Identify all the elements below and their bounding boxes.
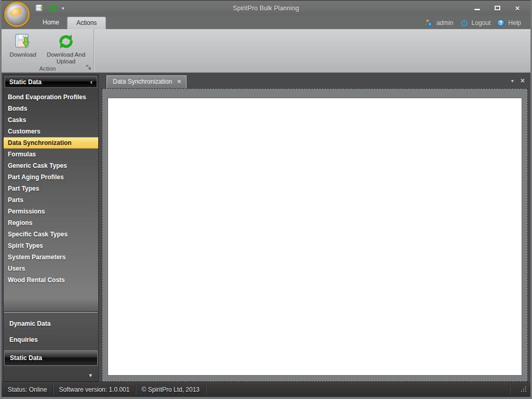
nav-item-formulas[interactable]: Formulas: [4, 149, 98, 160]
nav-pane-header-label: Static Data: [9, 78, 42, 86]
power-icon[interactable]: [460, 19, 468, 27]
document-frame: [102, 88, 528, 382]
maximize-button[interactable]: [491, 4, 503, 12]
ribbon-tabs: Home Actions: [35, 17, 106, 29]
nav-pane-header[interactable]: Static Data ‹: [5, 76, 97, 88]
status-online: Status: Online: [8, 386, 47, 393]
download-button-label: Download: [9, 51, 36, 58]
nav-item-users[interactable]: Users: [4, 263, 98, 274]
ribbon-group-caption: Action: [2, 65, 94, 72]
nav-item-permissions[interactable]: Permissions: [4, 206, 98, 217]
group-enquiries[interactable]: Enquiries: [4, 334, 98, 345]
nav-pane-options-row: ▾: [4, 369, 98, 381]
title-bar: ▾ SpiritPro Bulk Planning ×: [2, 0, 530, 16]
main-content: Static Data ‹ Bond Evaporation Profiles …: [2, 73, 530, 382]
document-tab-label: Data Synchronization: [113, 78, 172, 85]
resize-grip[interactable]: [521, 386, 527, 393]
nav-item-specific-cask-types[interactable]: Specific Cask Types: [4, 229, 98, 240]
document-panel: Data Synchronization × ▾ ×: [102, 74, 528, 382]
user-icon: i: [424, 19, 433, 27]
configure-buttons-caret-icon[interactable]: ▾: [89, 372, 92, 379]
status-divider: [52, 385, 53, 394]
tab-actions[interactable]: Actions: [67, 17, 106, 29]
ribbon-group-action: Download Download And Upload Action: [2, 29, 94, 72]
nav-item-part-types[interactable]: Part Types: [4, 183, 98, 194]
svg-text:i: i: [430, 22, 431, 26]
dialog-launcher-button[interactable]: [86, 65, 91, 70]
navigation-pane: Static Data ‹ Bond Evaporation Profiles …: [3, 74, 99, 382]
download-and-upload-button-label: Download And Upload: [42, 51, 90, 65]
logged-in-user[interactable]: admin: [436, 19, 454, 26]
status-copyright: © SpiritPro Ltd, 2013: [141, 386, 200, 393]
document-blank-page: [108, 98, 522, 376]
nav-item-system-parameters[interactable]: System Parameters: [4, 251, 98, 263]
status-bar: Status: Online Software version: 1.0.001…: [2, 382, 530, 396]
close-icon: ×: [515, 5, 520, 12]
nav-item-regions[interactable]: Regions: [4, 217, 98, 229]
ribbon-group-buttons: Download Download And Upload: [2, 29, 94, 65]
window-controls: ×: [471, 4, 530, 12]
window-bottom-frame: [2, 396, 530, 399]
ribbon: Download Download And Upload Action: [2, 29, 530, 73]
window-title: SpiritPro Bulk Planning: [2, 5, 530, 12]
download-disk-icon: [15, 33, 31, 50]
group-dynamic-data[interactable]: Dynamic Data: [4, 318, 98, 329]
nav-item-customers[interactable]: Customers: [4, 126, 98, 137]
session-area: i admin Logout ? Help: [424, 19, 530, 29]
document-list-caret-icon[interactable]: ▾: [511, 78, 514, 84]
nav-item-spirit-types[interactable]: Spirit Types: [4, 240, 98, 251]
static-data-list: Bond Evaporation Profiles Bonds Casks Cu…: [4, 91, 98, 286]
group-static-data[interactable]: Static Data: [4, 350, 98, 366]
document-tab-strip: Data Synchronization × ▾ ×: [102, 74, 528, 88]
tab-home[interactable]: Home: [35, 17, 67, 29]
nav-item-part-aging-profiles[interactable]: Part Aging Profiles: [4, 171, 98, 183]
nav-item-bond-evaporation-profiles[interactable]: Bond Evaporation Profiles: [4, 91, 98, 103]
collapse-pane-chevron-icon[interactable]: ‹: [90, 78, 92, 86]
close-button[interactable]: ×: [512, 4, 523, 12]
sync-arrows-icon: [58, 33, 74, 50]
logout-button[interactable]: Logout: [472, 19, 491, 26]
minimize-icon: [474, 9, 480, 10]
nav-item-parts[interactable]: Parts: [4, 194, 98, 206]
nav-item-bonds[interactable]: Bonds: [4, 103, 98, 114]
nav-pane-splitter[interactable]: [4, 312, 98, 314]
maximize-icon: [495, 6, 500, 10]
minimize-button[interactable]: [471, 4, 483, 12]
download-button[interactable]: Download: [6, 32, 40, 58]
status-software-version: Software version: 1.0.001: [59, 386, 129, 393]
help-button[interactable]: Help: [508, 19, 521, 26]
status-divider: [205, 385, 206, 394]
ribbon-group-label: Action: [2, 65, 94, 72]
document-tab-data-synchronization[interactable]: Data Synchronization ×: [107, 75, 187, 88]
app-window: ▾ SpiritPro Bulk Planning × Home Actions…: [0, 0, 532, 399]
app-logo-icon[interactable]: [4, 2, 30, 27]
nav-item-casks[interactable]: Casks: [4, 114, 98, 126]
tab-strip-controls: ▾ ×: [511, 77, 525, 84]
ribbon-tab-row: Home Actions i admin Logout ? Help: [2, 16, 530, 29]
dialog-launcher-icon: [86, 65, 91, 70]
nav-pane-spacer: [4, 286, 98, 312]
nav-item-wood-rental-costs[interactable]: Wood Rental Costs: [4, 274, 98, 286]
status-divider: [135, 385, 136, 394]
nav-item-generic-cask-types[interactable]: Generic Cask Types: [4, 160, 98, 171]
nav-item-data-synchronization[interactable]: Data Synchronization: [4, 137, 98, 149]
tab-close-icon[interactable]: ×: [177, 79, 181, 84]
document-close-icon[interactable]: ×: [521, 77, 525, 84]
status-bar-right: [503, 385, 527, 394]
download-and-upload-button[interactable]: Download And Upload: [42, 32, 90, 65]
help-icon[interactable]: ?: [497, 19, 504, 26]
status-divider: [509, 385, 510, 394]
